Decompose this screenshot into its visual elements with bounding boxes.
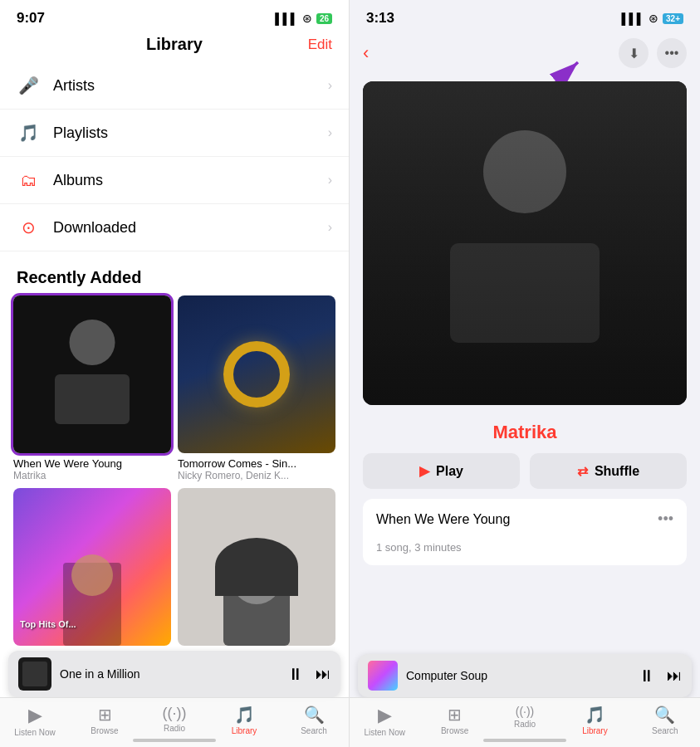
album-art-2: [178, 295, 335, 453]
tab-listen-now-left[interactable]: ▶ Listen Now: [0, 705, 70, 737]
tab-browse-label-left: Browse: [91, 726, 118, 735]
listen-now-icon-right: ▶: [378, 705, 392, 726]
song-row[interactable]: When We Were Young •••: [363, 499, 687, 540]
right-header-actions: ⬇ •••: [619, 38, 687, 68]
signal-icon: ▌▌▌: [275, 12, 298, 25]
battery-badge: 26: [316, 13, 332, 24]
artists-icon: 🎤: [17, 74, 40, 97]
albums-icon: 🗂: [17, 168, 40, 192]
home-indicator-left: [133, 739, 216, 742]
tab-library-label-left: Library: [232, 726, 257, 735]
home-indicator-right: [483, 739, 566, 742]
song-title: When We Were Young: [376, 512, 510, 527]
tab-search-label-left: Search: [301, 726, 327, 735]
album-card-2[interactable]: Tomorrow Comes - Sin... Nicky Romero, De…: [178, 295, 335, 481]
album-card-4[interactable]: [178, 488, 335, 650]
now-playing-title-left: One in a Million: [60, 667, 279, 681]
play-icon: ▶: [419, 463, 429, 479]
tab-radio-left[interactable]: ((·)) Radio: [140, 705, 209, 733]
now-playing-bar-left[interactable]: One in a Million ⏸ ⏭: [8, 651, 340, 697]
ring-graphic: [223, 341, 290, 408]
song-section: When We Were Young ••• 1 song, 3 minutes: [363, 499, 687, 565]
playlists-icon: 🎵: [17, 121, 40, 144]
tab-listen-now-label-right: Listen Now: [364, 728, 404, 737]
play-shuffle-row: ▶ Play ⇄ Shuffle: [350, 450, 700, 499]
radio-icon-left: ((·)): [163, 705, 187, 722]
tab-search-left[interactable]: 🔍 Search: [279, 705, 349, 735]
browse-icon-left: ⊞: [98, 705, 112, 725]
album-art-bg-4: [178, 488, 335, 646]
left-header: Library Edit: [0, 32, 349, 62]
library-menu: 🎤 Artists › 🎵 Playlists › 🗂 Albums › ⊙ D…: [0, 62, 349, 251]
pause-button-left[interactable]: ⏸: [287, 665, 304, 684]
skip-forward-button-right[interactable]: ⏭: [667, 667, 682, 685]
tab-listen-now-right[interactable]: ▶ Listen Now: [350, 705, 419, 737]
browse-icon-right: ⊞: [448, 705, 462, 725]
album-card-3[interactable]: Top Hits Of...: [13, 488, 171, 650]
skip-forward-button-left[interactable]: ⏭: [316, 666, 330, 683]
album-art-4: [178, 488, 335, 646]
downloaded-label: Downloaded: [53, 219, 328, 237]
radio-icon-right: ((·)): [516, 705, 535, 718]
menu-item-downloaded[interactable]: ⊙ Downloaded ›: [0, 204, 349, 251]
menu-item-playlists[interactable]: 🎵 Playlists ›: [0, 110, 349, 157]
song-more-button[interactable]: •••: [658, 510, 673, 528]
right-battery-badge: 32+: [663, 13, 683, 24]
tab-library-left[interactable]: 🎵 Library: [209, 705, 279, 735]
album-grid: When We Were Young Matrika Tomorrow Come…: [0, 295, 349, 650]
album-art-bg-1: [13, 295, 171, 453]
more-options-button[interactable]: •••: [657, 38, 687, 68]
artist-cover: [363, 81, 687, 405]
playlists-label: Playlists: [53, 124, 328, 142]
playlists-chevron: ›: [328, 125, 332, 140]
pause-button-right[interactable]: ⏸: [639, 666, 655, 686]
album-art-bg-3: Top Hits Of...: [13, 488, 171, 646]
play-button[interactable]: ▶ Play: [363, 453, 520, 489]
tab-radio-right[interactable]: ((·)) Radio: [490, 705, 560, 729]
now-playing-thumb-right: [368, 661, 398, 691]
tab-browse-left[interactable]: ⊞ Browse: [70, 705, 140, 735]
shuffle-icon: ⇄: [577, 463, 588, 479]
album-card-1[interactable]: When We Were Young Matrika: [13, 295, 171, 481]
search-icon-left: 🔍: [304, 705, 325, 725]
wifi-icon: ⊛: [302, 12, 312, 25]
album-art-1: [13, 295, 171, 453]
shuffle-button[interactable]: ⇄ Shuffle: [530, 453, 687, 489]
albums-label: Albums: [53, 172, 328, 189]
left-header-title: Library: [146, 35, 203, 54]
right-header: ‹ ⬇ •••: [350, 32, 700, 75]
now-playing-thumb-left: [18, 657, 51, 691]
menu-item-albums[interactable]: 🗂 Albums ›: [0, 157, 349, 204]
tab-radio-label-left: Radio: [164, 724, 185, 733]
tab-listen-now-label-left: Listen Now: [14, 728, 55, 737]
back-button[interactable]: ‹: [363, 42, 369, 64]
downloaded-chevron: ›: [328, 220, 332, 235]
download-icon: ⬇: [629, 46, 639, 61]
albums-chevron: ›: [328, 173, 332, 188]
album-art-bg-2: [178, 295, 335, 453]
album-title-1: When We Were Young: [13, 457, 171, 470]
album-artist-1: Matrika: [13, 470, 171, 481]
download-button[interactable]: ⬇: [619, 38, 649, 68]
edit-button[interactable]: Edit: [308, 37, 332, 53]
now-playing-bar-right[interactable]: Computer Soup ⏸ ⏭: [358, 654, 692, 697]
artists-label: Artists: [53, 77, 328, 95]
menu-item-artists[interactable]: 🎤 Artists ›: [0, 62, 349, 110]
tab-library-right[interactable]: 🎵 Library: [560, 705, 629, 735]
tab-radio-label-right: Radio: [514, 720, 536, 729]
right-signal-icon: ▌▌▌: [621, 12, 644, 25]
ellipsis-icon: •••: [665, 46, 679, 61]
right-time: 3:13: [366, 10, 394, 27]
play-label: Play: [436, 464, 463, 479]
right-status-bar: 3:13 ▌▌▌ ⊛ 32+: [350, 0, 700, 32]
search-icon-right: 🔍: [654, 705, 675, 725]
right-wifi-icon: ⊛: [649, 12, 658, 25]
tab-search-right[interactable]: 🔍 Search: [630, 705, 700, 735]
now-playing-title-right: Computer Soup: [406, 669, 630, 682]
left-panel: 9:07 ▌▌▌ ⊛ 26 Library Edit 🎤 Artists › 🎵…: [0, 0, 350, 747]
tab-browse-label-right: Browse: [441, 726, 468, 735]
tab-browse-right[interactable]: ⊞ Browse: [419, 705, 489, 735]
downloaded-icon: ⊙: [17, 216, 40, 239]
listen-now-icon-left: ▶: [28, 705, 42, 726]
top-hits-text: Top Hits Of...: [20, 619, 76, 629]
